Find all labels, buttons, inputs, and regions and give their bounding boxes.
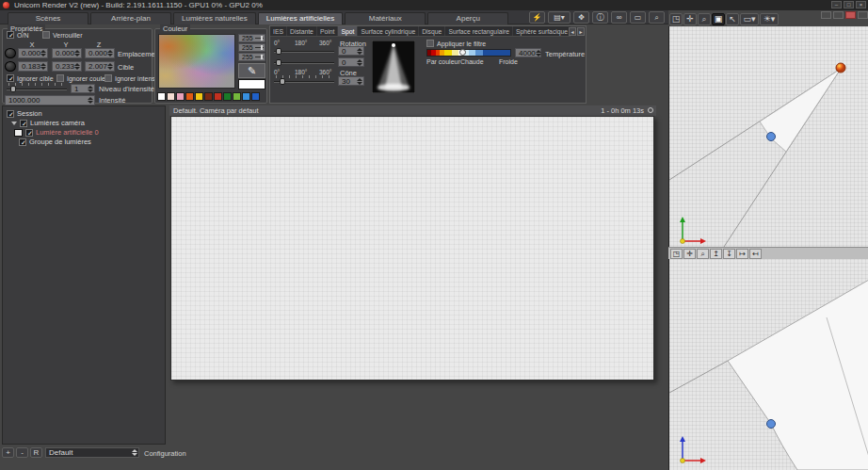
swatch-orange[interactable] xyxy=(185,92,194,101)
move-button[interactable]: ✥ xyxy=(573,11,589,24)
ignore-cible-checkbox[interactable]: Ignorer cible xyxy=(7,74,54,82)
spinner[interactable] xyxy=(87,86,93,92)
render-viewport-canvas[interactable] xyxy=(170,116,654,381)
emplacement-z-field[interactable]: 0.000 xyxy=(85,48,115,58)
swatch-light-pink[interactable] xyxy=(167,92,175,101)
spinner[interactable] xyxy=(356,78,362,85)
refresh-icon[interactable] xyxy=(648,107,653,113)
cone-field[interactable]: 30 xyxy=(338,76,364,86)
light-source-handle[interactable] xyxy=(836,63,845,73)
display-button[interactable]: ▭ xyxy=(630,11,646,24)
tab-apercu[interactable]: Aperçu xyxy=(427,12,508,24)
tree-item-session[interactable]: Session xyxy=(7,109,42,118)
pan-button[interactable]: ✛ xyxy=(683,13,697,25)
cible-gizmo-button[interactable] xyxy=(5,61,16,72)
tab-lumieres-artificielles[interactable]: Lumières artificielles xyxy=(258,12,343,24)
checkbox-icon[interactable] xyxy=(19,138,26,146)
zoom-view-button[interactable]: ⌕ xyxy=(697,249,709,259)
spinner[interactable] xyxy=(107,63,113,70)
zoom-view-button[interactable]: ⌕ xyxy=(698,13,711,25)
emplacement-y-field[interactable]: 0.000 xyxy=(52,48,82,58)
swatch-red[interactable] xyxy=(214,92,222,101)
slider-thumb[interactable] xyxy=(280,78,285,85)
swatch-yellow[interactable] xyxy=(195,92,203,101)
tab-materiaux[interactable]: Matériaux xyxy=(345,12,426,24)
viewport-bottom[interactable] xyxy=(668,259,868,470)
tab-ies[interactable]: IES xyxy=(270,26,287,36)
emplacement-gizmo-button[interactable] xyxy=(5,48,16,58)
rotation-field-1[interactable]: 0 xyxy=(338,46,364,56)
eyedropper-button[interactable]: ✎ xyxy=(238,63,265,78)
minimize-button[interactable]: – xyxy=(831,1,842,8)
close-button[interactable]: × xyxy=(856,1,866,8)
tab-arriere-plan[interactable]: Arrière-plan xyxy=(90,12,171,24)
color-g-field[interactable]: 255 xyxy=(238,43,265,52)
swatch-pink[interactable] xyxy=(176,92,185,101)
mini-slider[interactable] xyxy=(255,47,264,48)
cible-y-field[interactable]: 0.233 xyxy=(52,61,82,72)
swatch-white[interactable] xyxy=(157,92,166,101)
checkbox-icon[interactable] xyxy=(25,129,33,137)
fit-view-button[interactable]: ◳ xyxy=(670,249,683,259)
slider-thumb[interactable] xyxy=(276,59,281,66)
info-button[interactable]: ⓘ xyxy=(592,11,608,24)
layout-2-button[interactable] xyxy=(833,11,844,19)
tab-disque[interactable]: Disque xyxy=(419,26,445,36)
spinner[interactable] xyxy=(40,50,46,57)
apply-filter-checkbox[interactable]: Appliquer le filtre xyxy=(426,40,486,47)
light-target-handle[interactable] xyxy=(767,420,776,429)
cone-slider[interactable] xyxy=(274,77,334,86)
swatch-blue[interactable] xyxy=(251,92,260,101)
view-right-button[interactable]: ↦ xyxy=(736,249,748,259)
cible-x-field[interactable]: 0.183 xyxy=(18,61,48,72)
rotation-slider-1[interactable] xyxy=(274,47,334,56)
ignore-couleur-checkbox[interactable]: Ignorer couleur xyxy=(56,74,111,82)
color-b-field[interactable]: 255 xyxy=(238,53,265,61)
object-mode-button[interactable]: ▣ xyxy=(712,13,725,25)
layout-1-button[interactable] xyxy=(821,11,831,19)
render-button[interactable]: ⚡ xyxy=(529,11,545,24)
light-color-chip[interactable] xyxy=(14,129,23,137)
spinner[interactable] xyxy=(74,63,80,70)
tab-lumieres-naturelles[interactable]: Lumières naturelles xyxy=(173,12,256,24)
config-remove-button[interactable]: - xyxy=(16,447,28,458)
mini-slider[interactable] xyxy=(255,57,264,57)
mini-slider[interactable] xyxy=(255,38,264,39)
swatch-green[interactable] xyxy=(223,92,232,101)
temperature-gradient-bar[interactable] xyxy=(426,49,511,57)
tab-distante[interactable]: Distante xyxy=(287,26,317,36)
cible-z-field[interactable]: 2.007 xyxy=(85,61,115,72)
config-reset-button[interactable]: R xyxy=(30,447,42,458)
on-off-checkbox[interactable]: O/N xyxy=(7,31,28,39)
tab-surface-cylindrique[interactable]: Surface cylindrique xyxy=(358,26,419,36)
layout-3-button-active[interactable] xyxy=(845,11,856,19)
lock-checkbox[interactable]: Verrouiller xyxy=(42,31,83,39)
swatch-light-blue[interactable] xyxy=(242,92,250,101)
temperature-field[interactable]: 4000 xyxy=(515,48,541,57)
config-add-button[interactable]: + xyxy=(2,447,14,458)
rotation-slider-2[interactable] xyxy=(274,58,334,67)
tree-item-lumieres-camera[interactable]: Lumières caméra xyxy=(11,119,85,127)
tabs-scroll-right-icon[interactable]: ▸ xyxy=(577,27,585,36)
tree-item-lumiere-artificielle-0[interactable]: Lumière artificielle 0 xyxy=(14,128,99,137)
intensity-level-field[interactable]: 1 xyxy=(71,84,95,93)
maximize-button[interactable]: □ xyxy=(844,1,854,8)
tab-spot[interactable]: Spot xyxy=(338,26,358,36)
spinner[interactable] xyxy=(356,48,362,55)
zoom-button[interactable]: ⌕ xyxy=(649,11,665,24)
slider-thumb[interactable] xyxy=(10,86,16,92)
spinner[interactable] xyxy=(131,449,137,456)
tab-point[interactable]: Point xyxy=(317,26,339,36)
slider-thumb[interactable] xyxy=(276,48,281,55)
rotation-field-2[interactable]: 0 xyxy=(338,57,364,67)
intensite-field[interactable]: 1000.000 xyxy=(5,95,95,105)
spinner[interactable] xyxy=(356,59,362,66)
temperature-handle[interactable] xyxy=(459,49,466,56)
checkbox-icon[interactable] xyxy=(7,110,14,118)
tab-scenes[interactable]: Scènes xyxy=(8,12,88,24)
view-dropdown-button[interactable]: ▭▾ xyxy=(740,13,759,25)
layout-4-button[interactable] xyxy=(858,11,868,19)
emplacement-x-field[interactable]: 0.000 xyxy=(18,48,48,58)
color-gradient-picker[interactable] xyxy=(158,34,235,89)
link-button[interactable]: ∞ xyxy=(611,11,627,24)
